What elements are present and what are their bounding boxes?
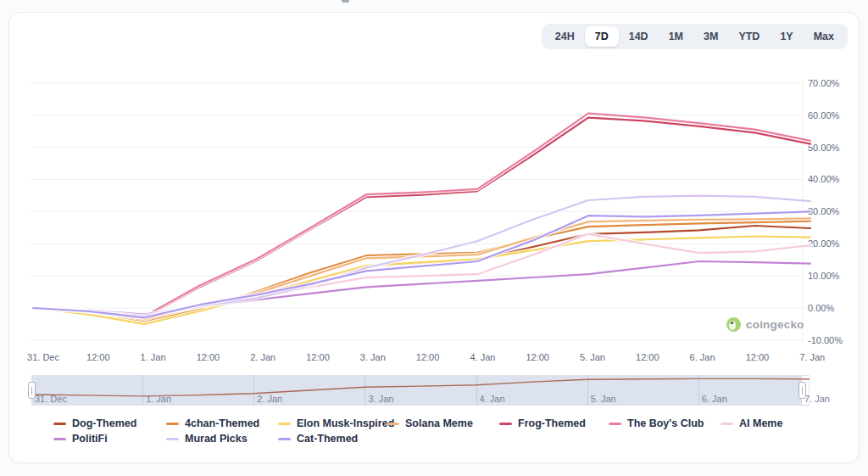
coingecko-watermark: coingecko [726,317,804,332]
navigator-label: 2. Jan [257,394,282,404]
legend-label: Solana Meme [405,417,473,430]
legend-label: Murad Picks [185,433,248,445]
navigator-right-handle[interactable] [798,382,806,399]
navigator-label: 1. Jan [146,394,171,404]
navigator-label: 4. Jan [480,394,505,404]
series-halo-elon-musk-inspired [33,237,810,324]
watermark-label: coingecko [746,318,804,331]
legend-dash-icon [166,423,179,425]
legend-item-solana-meme[interactable]: Solana Meme [387,417,473,430]
navigator-label: 7. Jan [804,394,830,404]
navigator-label: 3. Jan [368,394,393,404]
series-line-4chan-themed[interactable] [33,221,810,322]
legend-item-ai-meme[interactable]: AI Meme [721,417,782,430]
legend-label: 4chan-Themed [185,417,259,430]
legend-item-4chan-themed[interactable]: 4chan-Themed [166,417,259,430]
legend-label: PolitiFi [72,433,108,445]
navigator-label: 5. Jan [591,394,616,404]
legend-label: AI Meme [739,417,782,430]
series-halo-politifi [33,261,810,315]
series-line-solana-meme[interactable] [33,218,810,319]
legend-item-elon-musk-inspired[interactable]: Elon Musk-Inspired [278,417,394,430]
legend-dash-icon [499,423,512,425]
legend-item-the-boy-s-club[interactable]: The Boy's Club [609,417,704,430]
legend-dash-icon [278,423,291,425]
legend-dash-icon [278,438,291,440]
legend-label: Cat-Themed [297,433,358,445]
coingecko-gecko-icon [726,317,741,332]
legend-item-murad-picks[interactable]: Murad Picks [166,433,248,445]
navigator-label: 31. Dec [35,394,67,404]
series-line-politifi[interactable] [33,261,810,315]
legend-item-politifi[interactable]: PolitiFi [53,433,108,445]
legend-item-dog-themed[interactable]: Dog-Themed [53,417,136,430]
legend-label: Elon Musk-Inspired [297,417,394,430]
series-halo-solana-meme [33,218,810,319]
navigator-label: 6. Jan [702,394,727,404]
legend-dash-icon [53,423,66,425]
legend-item-frog-themed[interactable]: Frog-Themed [499,417,586,430]
legend-dash-icon [53,438,66,440]
series-line-elon-musk-inspired[interactable] [33,237,810,324]
cropped-page-title-fragment [342,0,349,3]
legend-label: The Boy's Club [627,417,704,430]
series-halo-4chan-themed [33,221,810,322]
legend-label: Dog-Themed [72,417,136,430]
legend-dash-icon [609,423,621,425]
legend-label: Frog-Themed [518,417,586,430]
chart-plot[interactable] [9,13,860,464]
legend-dash-icon [721,423,733,425]
legend-dash-icon [166,438,179,440]
chart-card: 24H7D14D1M3MYTD1YMax 70.00%60.00%50.00%4… [8,12,860,463]
legend-dash-icon [387,423,399,425]
series-halo-cat-themed [33,211,810,317]
series-line-ai-meme[interactable] [33,234,810,316]
legend-item-cat-themed[interactable]: Cat-Themed [278,433,358,445]
navigator-left-handle[interactable] [28,382,36,399]
